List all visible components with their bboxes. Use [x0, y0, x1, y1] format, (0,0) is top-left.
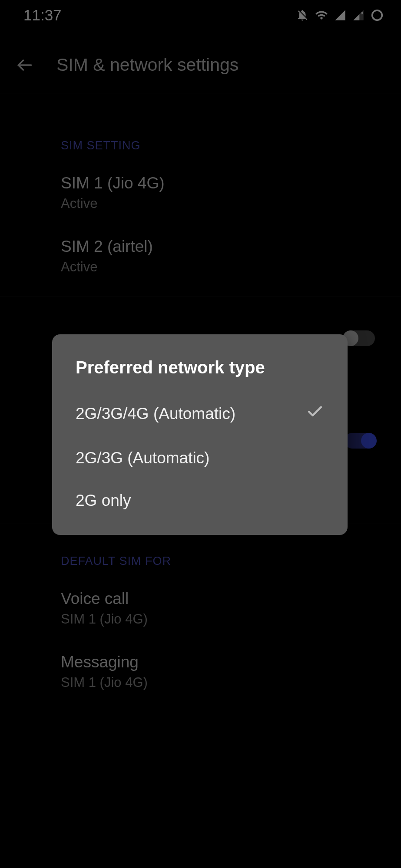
network-option-label: 2G/3G (Automatic) — [76, 449, 209, 467]
sim2-title: SIM 2 (airtel) — [61, 238, 375, 256]
app-header: SIM & network settings — [0, 54, 401, 93]
arrow-left-icon — [15, 56, 34, 75]
notifications-off-icon — [296, 9, 309, 22]
wifi-icon — [315, 9, 328, 22]
network-option-1[interactable]: 2G/3G (Automatic) — [52, 437, 348, 479]
toggle-on[interactable] — [345, 433, 375, 449]
network-option-label: 2G/3G/4G (Automatic) — [76, 405, 235, 423]
voice-call-value: SIM 1 (Jio 4G) — [61, 611, 375, 627]
back-button[interactable] — [14, 54, 36, 76]
voice-call-item[interactable]: Voice call SIM 1 (Jio 4G) — [0, 577, 401, 640]
svg-point-1 — [372, 10, 382, 20]
svg-text:x: x — [361, 10, 364, 15]
signal-icon-2: x — [352, 9, 365, 21]
network-option-label: 2G only — [76, 492, 131, 510]
messaging-item[interactable]: Messaging SIM 1 (Jio 4G) — [0, 640, 401, 703]
check-icon — [306, 403, 324, 425]
sim1-title: SIM 1 (Jio 4G) — [61, 174, 375, 192]
section-default-sim: DEFAULT SIM FOR — [0, 533, 401, 577]
divider — [0, 297, 401, 297]
sim1-status: Active — [61, 196, 375, 211]
status-icons: x — [296, 9, 384, 22]
sim1-item[interactable]: SIM 1 (Jio 4G) Active — [0, 161, 401, 224]
sim2-status: Active — [61, 259, 375, 275]
network-option-0[interactable]: 2G/3G/4G (Automatic) — [52, 390, 348, 437]
toggle-off[interactable] — [345, 330, 375, 346]
status-bar: 11:37 x — [0, 0, 401, 30]
messaging-value: SIM 1 (Jio 4G) — [61, 675, 375, 690]
data-circle-icon — [371, 9, 384, 22]
network-option-2[interactable]: 2G only — [52, 479, 348, 522]
dialog-title: Preferred network type — [52, 358, 348, 390]
preferred-network-dialog: Preferred network type 2G/3G/4G (Automat… — [52, 334, 348, 535]
status-time: 11:37 — [23, 7, 62, 24]
signal-icon-1 — [334, 9, 346, 21]
voice-call-title: Voice call — [61, 590, 375, 608]
page-title: SIM & network settings — [56, 55, 239, 75]
messaging-title: Messaging — [61, 653, 375, 671]
section-sim-setting: SIM SETTING — [0, 117, 401, 161]
sim2-item[interactable]: SIM 2 (airtel) Active — [0, 224, 401, 288]
